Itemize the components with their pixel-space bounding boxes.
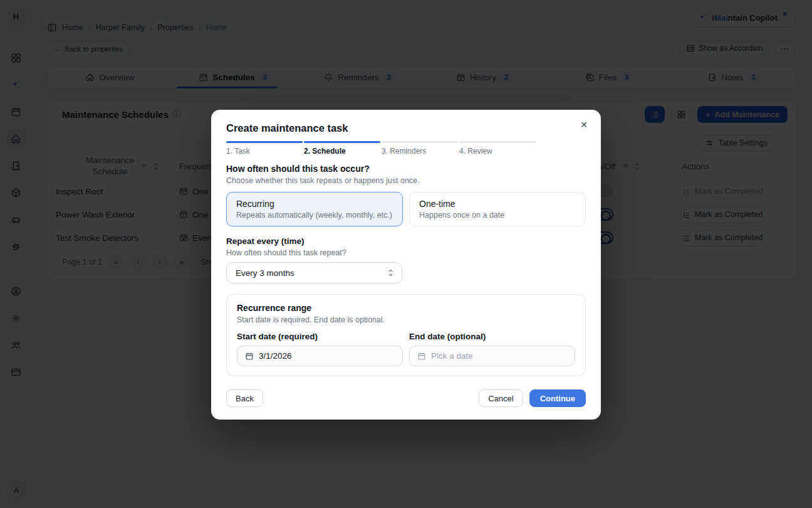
occurrence-hint: Choose whether this task repeats or happ… — [226, 176, 586, 185]
modal-title: Create maintenance task — [226, 122, 586, 134]
end-date-label: End date (optional) — [409, 332, 575, 341]
cancel-button[interactable]: Cancel — [479, 389, 523, 407]
modal-footer: Back Cancel Continue — [226, 389, 586, 407]
step-indicator: 1. Task 2. Schedule 3. Reminders 4. Revi… — [226, 141, 586, 156]
recurrence-range-title: Recurrence range — [237, 303, 575, 313]
repeat-every-hint: How often should this task repeat? — [226, 248, 586, 257]
create-maintenance-task-modal: ✕ Create maintenance task 1. Task 2. Sch… — [211, 110, 601, 420]
recurrence-range-hint: Start date is required. End date is opti… — [237, 315, 575, 324]
back-button[interactable]: Back — [226, 389, 263, 407]
step-schedule[interactable]: 2. Schedule — [304, 141, 380, 156]
start-date-input[interactable]: 3/1/2026 — [237, 346, 403, 366]
step-reminders[interactable]: 3. Reminders — [382, 141, 458, 156]
step-review[interactable]: 4. Review — [459, 141, 536, 156]
close-icon[interactable]: ✕ — [576, 117, 591, 132]
one-time-option-card[interactable]: One-time Happens once on a date — [409, 192, 586, 226]
repeat-every-label: Repeat every (time) — [226, 236, 586, 246]
chevron-updown-icon — [387, 268, 394, 277]
occurrence-question: How often should this task occur? — [226, 164, 586, 174]
recurring-option-card[interactable]: Recurring Repeats automatically (weekly,… — [226, 192, 403, 226]
continue-button[interactable]: Continue — [529, 389, 586, 407]
step-task[interactable]: 1. Task — [226, 141, 303, 156]
calendar-icon — [417, 352, 426, 361]
occurrence-options: Recurring Repeats automatically (weekly,… — [226, 192, 586, 226]
calendar-icon — [245, 352, 254, 361]
start-date-label: Start date (required) — [237, 332, 403, 341]
end-date-input[interactable]: Pick a date — [409, 346, 575, 366]
repeat-interval-select[interactable]: Every 3 months — [226, 262, 402, 283]
recurrence-range-panel: Recurrence range Start date is required.… — [226, 294, 586, 376]
